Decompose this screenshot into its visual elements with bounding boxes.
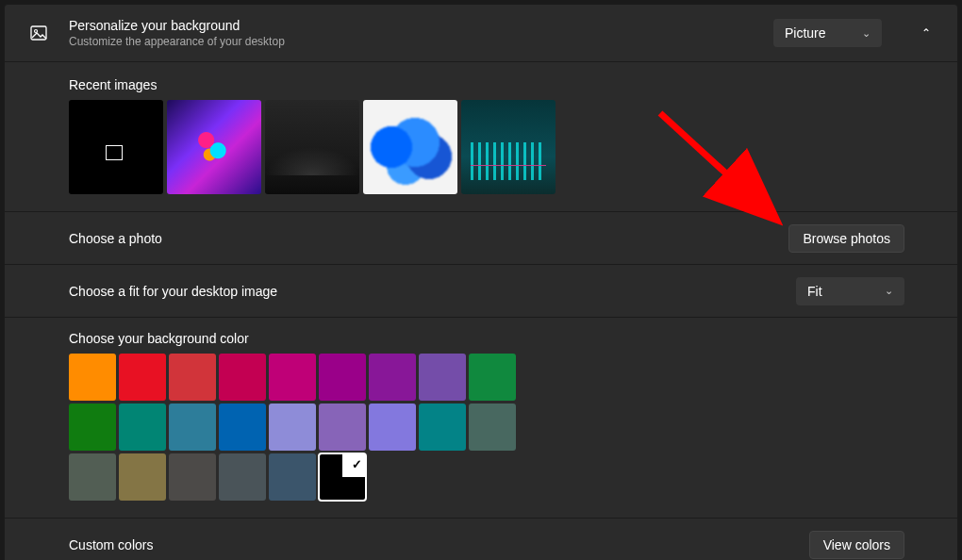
color-swatch[interactable]: [169, 354, 216, 401]
panel-header: Personalize your background Customize th…: [5, 5, 957, 62]
color-swatch[interactable]: [369, 404, 416, 451]
recent-image-thumb[interactable]: [363, 100, 457, 194]
color-swatch[interactable]: [69, 354, 116, 401]
background-color-label: Choose your background color: [69, 331, 940, 346]
checkmark-icon: ✓: [352, 457, 362, 471]
background-type-value: Picture: [785, 25, 826, 41]
view-colors-button[interactable]: View colors: [809, 531, 904, 559]
recent-image-thumb[interactable]: [167, 100, 261, 194]
color-swatch[interactable]: [219, 354, 266, 401]
color-swatch[interactable]: [369, 354, 416, 401]
color-swatch[interactable]: [69, 404, 116, 451]
collapse-panel-button[interactable]: ⌃: [912, 19, 940, 47]
recent-image-thumb[interactable]: [461, 100, 556, 194]
color-swatch-selected[interactable]: ✓: [319, 453, 366, 501]
color-swatch[interactable]: [219, 404, 266, 451]
color-swatch[interactable]: [119, 453, 166, 501]
custom-colors-label: Custom colors: [69, 537, 153, 552]
personalize-background-panel: Personalize your background Customize th…: [4, 4, 958, 560]
picture-icon: [29, 24, 48, 42]
color-swatch[interactable]: [319, 354, 366, 401]
chevron-down-icon: ⌄: [862, 27, 871, 40]
color-swatch[interactable]: [469, 354, 516, 401]
choose-fit-label: Choose a fit for your desktop image: [69, 284, 277, 299]
choose-photo-label: Choose a photo: [69, 231, 162, 246]
background-type-dropdown[interactable]: Picture ⌄: [773, 19, 882, 47]
color-swatch[interactable]: [419, 404, 466, 451]
color-swatch[interactable]: [269, 404, 316, 451]
color-swatch[interactable]: [269, 354, 316, 401]
panel-title: Personalize your background: [69, 18, 753, 33]
color-swatch[interactable]: [419, 354, 466, 401]
custom-colors-row: Custom colors View colors: [5, 519, 957, 560]
choose-fit-row: Choose a fit for your desktop image Fit …: [5, 265, 957, 318]
recent-images-section: Recent images: [5, 62, 957, 212]
color-swatch[interactable]: [469, 404, 516, 451]
panel-subtitle: Customize the appearance of your desktop: [69, 35, 753, 48]
color-swatch[interactable]: [219, 453, 266, 501]
background-color-section: Choose your background color: [5, 318, 957, 519]
color-grid: ✓: [69, 354, 522, 501]
fit-dropdown-value: Fit: [807, 284, 822, 299]
recent-images-list: [69, 100, 940, 194]
color-swatch[interactable]: [69, 453, 116, 501]
fit-dropdown[interactable]: Fit ⌄: [796, 277, 904, 305]
choose-photo-row: Choose a photo Browse photos: [5, 212, 957, 265]
color-swatch[interactable]: [119, 404, 166, 451]
color-swatch[interactable]: [119, 354, 166, 401]
color-swatch[interactable]: [169, 404, 216, 451]
svg-point-1: [35, 30, 38, 33]
recent-image-thumb[interactable]: [69, 100, 163, 194]
color-swatch[interactable]: [169, 453, 216, 501]
recent-images-label: Recent images: [69, 77, 940, 92]
chevron-up-icon: ⌃: [921, 26, 931, 40]
recent-image-thumb[interactable]: [265, 100, 359, 194]
svg-rect-0: [31, 26, 46, 40]
browse-photos-button[interactable]: Browse photos: [788, 224, 904, 253]
chevron-down-icon: ⌄: [885, 285, 893, 297]
color-swatch[interactable]: [269, 453, 316, 501]
color-swatch[interactable]: [319, 404, 366, 451]
